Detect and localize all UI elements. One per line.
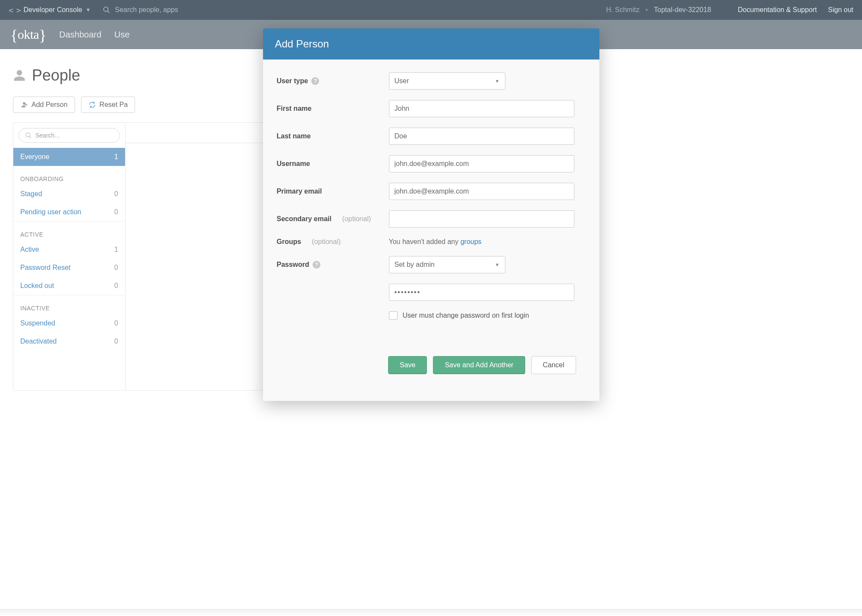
filter-search[interactable]: Search...: [19, 128, 120, 143]
search-icon: [25, 132, 32, 139]
label-groups: Groups: [277, 238, 301, 246]
label-primary-email: Primary email: [277, 188, 322, 195]
filter-sidebar: Search... Everyone 1 ONBOARDING Staged 0…: [13, 123, 125, 390]
label-password: Password: [277, 261, 310, 269]
help-icon[interactable]: ?: [313, 261, 320, 269]
top-bar: < > Developer Console ▼ Search people, a…: [0, 0, 862, 20]
chevron-down-icon: ▼: [495, 262, 500, 267]
sign-out-link[interactable]: Sign out: [828, 6, 853, 14]
sidebar-heading-active: ACTIVE: [13, 221, 125, 241]
add-person-label: Add Person: [31, 101, 68, 109]
svg-line-1: [108, 11, 110, 13]
add-person-modal: Add Person User type ? User ▼ First name…: [263, 28, 599, 401]
documentation-link[interactable]: Documentation & Support: [738, 6, 817, 14]
sidebar-item-password-reset[interactable]: Password Reset 0: [13, 259, 125, 277]
separator-dot: •: [646, 6, 648, 14]
reset-passwords-button[interactable]: Reset Pa: [81, 97, 135, 113]
reset-passwords-label: Reset Pa: [100, 101, 128, 109]
first-name-field[interactable]: [389, 100, 574, 117]
label-last-name: Last name: [277, 132, 311, 140]
label-secondary-email: Secondary email: [277, 215, 332, 223]
must-change-label: User must change password on first login: [403, 312, 529, 319]
save-button[interactable]: Save: [388, 356, 427, 374]
password-mode-select[interactable]: Set by admin ▼: [389, 256, 505, 273]
label-username: Username: [277, 160, 310, 168]
secondary-email-field[interactable]: [389, 210, 574, 228]
sidebar-item-deactivated[interactable]: Deactivated 0: [13, 332, 125, 350]
page-title: People: [32, 66, 80, 84]
svg-point-2: [26, 133, 30, 137]
filter-search-placeholder: Search...: [35, 132, 60, 139]
save-add-another-button[interactable]: Save and Add Another: [433, 356, 525, 374]
search-placeholder: Search people, apps: [115, 6, 178, 14]
chevron-down-icon: ▼: [495, 78, 500, 84]
search-icon: [103, 6, 110, 14]
global-search[interactable]: Search people, apps: [103, 6, 178, 14]
cancel-button[interactable]: Cancel: [531, 356, 576, 374]
help-icon[interactable]: ?: [311, 77, 319, 85]
sidebar-heading-onboarding: ONBOARDING: [13, 166, 125, 185]
groups-link[interactable]: groups: [461, 238, 482, 245]
caret-down-icon: ▼: [86, 7, 91, 13]
console-label: Developer Console: [24, 6, 82, 14]
person-icon: [13, 69, 26, 82]
refresh-icon: [88, 101, 96, 109]
okta-logo[interactable]: {okta}: [10, 27, 46, 42]
nav-users[interactable]: Use: [114, 30, 130, 40]
console-switcher[interactable]: < > Developer Console ▼: [9, 6, 91, 15]
user-type-select[interactable]: User ▼: [389, 72, 505, 90]
label-first-name: First name: [277, 105, 312, 113]
sidebar-item-locked-out[interactable]: Locked out 0: [13, 277, 125, 295]
last-name-field[interactable]: [389, 128, 574, 145]
sidebar-item-everyone[interactable]: Everyone 1: [13, 148, 125, 166]
sidebar-item-pending[interactable]: Pending user action 0: [13, 203, 125, 221]
sidebar-item-staged[interactable]: Staged 0: [13, 185, 125, 203]
code-icon: < >: [9, 6, 20, 15]
label-user-type: User type: [277, 77, 308, 85]
nav-dashboard[interactable]: Dashboard: [59, 30, 101, 40]
org-name[interactable]: Toptal-dev-322018: [654, 6, 712, 14]
add-person-icon: [20, 101, 28, 109]
groups-empty-text: You haven't added any: [389, 238, 461, 245]
sidebar-heading-inactive: INACTIVE: [13, 295, 125, 314]
svg-line-3: [29, 136, 31, 138]
svg-point-0: [104, 7, 109, 12]
password-field[interactable]: [389, 284, 574, 301]
username-field[interactable]: [389, 155, 574, 172]
user-name[interactable]: H. Schmitz: [606, 6, 639, 14]
modal-title: Add Person: [263, 28, 599, 59]
sidebar-item-suspended[interactable]: Suspended 0: [13, 314, 125, 332]
primary-email-field[interactable]: [389, 183, 574, 200]
sidebar-item-active[interactable]: Active 1: [13, 241, 125, 259]
must-change-checkbox[interactable]: [389, 311, 398, 320]
add-person-button[interactable]: Add Person: [13, 97, 75, 113]
